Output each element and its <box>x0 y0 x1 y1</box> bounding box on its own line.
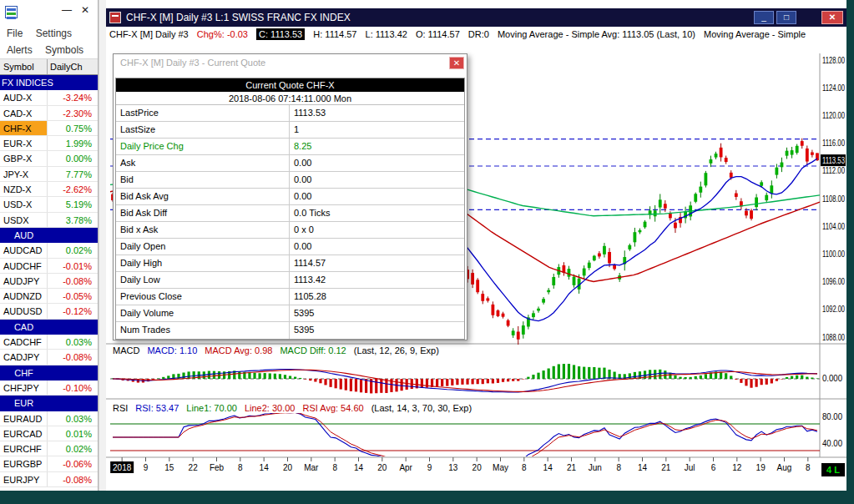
watchlist-row[interactable]: CAD-X-2.30% <box>0 106 98 121</box>
watchlist-row[interactable]: CHF-X0.75% <box>0 121 98 136</box>
svg-text:22: 22 <box>189 463 199 472</box>
symbol-cell[interactable]: CHFJPY <box>0 381 48 395</box>
menu-alerts[interactable]: Alerts <box>7 42 33 58</box>
watchlist-row[interactable]: EURAUD0.03% <box>0 411 98 426</box>
watchlist-row[interactable]: AUDCHF-0.01% <box>0 259 98 274</box>
header-instrument: CHF-X [M] Daily #3 <box>109 29 189 39</box>
watchlist-row[interactable]: USDX3.78% <box>0 213 98 228</box>
quote-field-label: Daily Volume <box>116 305 290 321</box>
quote-popup-titlebar[interactable]: CHF-X [M] Daily #3 - Current Quote ✕ <box>114 54 467 72</box>
symbol-cell[interactable]: USD-X <box>0 197 48 211</box>
symbol-cell[interactable]: EURGBP <box>0 456 48 471</box>
header-high: H: 1114.57 <box>313 29 356 39</box>
svg-text:Jun: Jun <box>589 463 602 472</box>
watchlist-section-row[interactable]: AUD <box>0 228 98 243</box>
watchlist-section-row[interactable]: FX INDICES <box>0 75 98 90</box>
change-cell: 0.75% <box>48 121 98 135</box>
watchlist-row[interactable]: CADCHF0.03% <box>0 335 98 350</box>
watchlist-section-row[interactable]: CAD <box>0 320 98 335</box>
macd-label-segment: MACD Avg: 0.98 <box>205 345 272 355</box>
maximize-button[interactable]: □ <box>776 11 796 24</box>
symbol-cell[interactable]: NZD-X <box>0 182 48 196</box>
watchlist-column-headers[interactable]: Symbol DailyCh <box>0 58 98 75</box>
chart-header-line: CHF-X [M] Daily #3 Chg%: -0.03 C: 1113.5… <box>106 27 846 42</box>
watchlist-titlebar[interactable]: — ✕ <box>0 0 98 25</box>
svg-text:1128.00: 1128.00 <box>822 56 845 65</box>
change-cell: -0.08% <box>48 472 98 486</box>
column-dailychg[interactable]: DailyCh <box>48 59 98 74</box>
symbol-cell[interactable]: EURCHF <box>0 441 48 456</box>
watchlist-row[interactable]: CHFJPY-0.10% <box>0 381 98 396</box>
watchlist-row[interactable]: EURCHF0.02% <box>0 441 98 456</box>
symbol-cell[interactable]: AUDNZD <box>0 289 48 303</box>
close-icon[interactable]: ✕ <box>79 4 91 16</box>
change-cell: 3.78% <box>48 213 98 227</box>
quote-field-label: Daily Price Chg <box>116 139 290 154</box>
symbol-cell[interactable]: AUDCAD <box>0 243 48 257</box>
symbol-cell[interactable]: USDX <box>0 213 48 227</box>
minimize-icon[interactable]: — <box>61 4 73 16</box>
macd-label-segment: MACD: 1.10 <box>147 345 197 355</box>
symbol-cell[interactable]: JPY-X <box>0 167 48 181</box>
menu-symbols[interactable]: Symbols <box>45 42 83 58</box>
close-button[interactable]: ✕ <box>821 11 843 24</box>
menu-file[interactable]: File <box>7 25 23 42</box>
watchlist-row[interactable]: CADJPY-0.08% <box>0 350 98 365</box>
symbol-cell[interactable]: AUD-X <box>0 90 48 104</box>
symbol-cell[interactable]: EURCAD <box>0 426 48 441</box>
quote-row: Daily Open0.00 <box>116 239 464 255</box>
watchlist-row[interactable]: AUDCAD0.02% <box>0 243 98 258</box>
svg-text:1100.00: 1100.00 <box>822 249 845 259</box>
symbol-cell[interactable]: AUDJPY <box>0 274 48 288</box>
watchlist-row[interactable]: AUDJPY-0.08% <box>0 274 98 289</box>
watchlist-row[interactable]: GBP-X0.00% <box>0 151 98 166</box>
quote-field-value: 0.0 Ticks <box>290 205 464 221</box>
watchlist-section-row[interactable]: CHF <box>0 365 98 381</box>
watchlist-row[interactable]: EUR-X1.99% <box>0 136 98 151</box>
symbol-cell[interactable]: EUR-X <box>0 136 48 150</box>
change-cell: -2.30% <box>48 106 98 120</box>
quote-field-value: 1105.28 <box>290 289 464 305</box>
watchlist-scrollbar[interactable] <box>99 0 106 491</box>
watchlist-row[interactable]: AUDNZD-0.05% <box>0 289 98 304</box>
watchlist-section-row[interactable]: EUR <box>0 396 98 411</box>
symbol-cell[interactable]: CADCHF <box>0 335 48 349</box>
symbol-cell[interactable]: CHF-X <box>0 121 48 135</box>
quote-field-value: 1113.42 <box>290 272 464 288</box>
chart-window-titlebar[interactable]: CHF-X [M] Daily #3 L:1 SWISS FRANC FX IN… <box>106 8 846 27</box>
svg-text:Jul: Jul <box>685 463 695 472</box>
quote-popup-title: CHF-X [M] Daily #3 - Current Quote <box>120 58 265 68</box>
watchlist-row[interactable]: EURCAD0.01% <box>0 426 98 441</box>
svg-text:1104.00: 1104.00 <box>822 222 845 231</box>
change-cell: 0.00% <box>48 151 98 165</box>
column-symbol[interactable]: Symbol <box>0 59 48 74</box>
rsi-label-segment: RSI Avg: 54.60 <box>302 403 363 413</box>
symbol-cell[interactable]: CAD-X <box>0 106 48 120</box>
quote-field-value: 0.00 <box>290 239 464 255</box>
watchlist-row[interactable]: AUDUSD-0.12% <box>0 304 98 319</box>
watchlist-row[interactable]: NZD-X-2.62% <box>0 182 98 197</box>
rsi-label-segment: RSI <box>113 403 128 413</box>
macd-label: MACDMACD: 1.10MACD Avg: 0.98MACD Diff: 0… <box>113 345 447 356</box>
watchlist-row[interactable]: EURGBP-0.06% <box>0 456 98 471</box>
symbol-cell[interactable]: AUDCHF <box>0 259 48 273</box>
symbol-cell[interactable]: GBP-X <box>0 151 48 165</box>
watchlist-row[interactable]: EURJPY-0.08% <box>0 472 98 487</box>
quote-field-value: 1114.57 <box>290 255 464 271</box>
symbol-cell[interactable]: EURAUD <box>0 411 48 426</box>
watchlist-row[interactable]: JPY-X7.77% <box>0 167 98 182</box>
symbol-cell[interactable]: CADJPY <box>0 350 48 364</box>
close-icon[interactable]: ✕ <box>449 57 464 69</box>
symbol-cell[interactable]: EURJPY <box>0 472 48 486</box>
watchlist-row[interactable]: USD-X5.19% <box>0 197 98 212</box>
change-cell: 0.03% <box>48 335 98 349</box>
menu-settings[interactable]: Settings <box>36 25 72 42</box>
watchlist-menu: File Settings Alerts Symbols <box>0 25 98 58</box>
symbol-cell[interactable]: AUDUSD <box>0 304 48 318</box>
change-cell: 1.99% <box>48 136 98 150</box>
header-dr: DR:0 <box>468 29 489 39</box>
quote-field-label: Bid Ask Avg <box>116 189 290 204</box>
change-cell: 7.77% <box>48 167 98 181</box>
minimize-button[interactable]: _ <box>754 11 774 24</box>
watchlist-row[interactable]: AUD-X-3.24% <box>0 90 98 105</box>
